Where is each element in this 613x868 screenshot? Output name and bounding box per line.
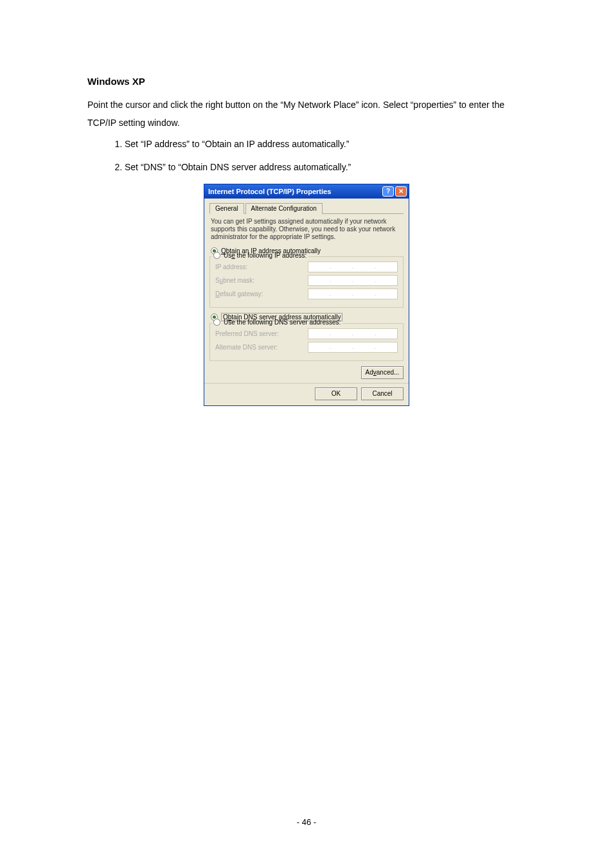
alternate-dns-label: Alternate DNS server: — [215, 344, 278, 351]
help-button[interactable]: ? — [382, 186, 394, 197]
dialog-title: Internet Protocol (TCP/IP) Properties — [208, 188, 331, 195]
steps-list: Set “IP address” to “Obtain an IP addres… — [87, 137, 526, 175]
step-item: Set “DNS” to “Obtain DNS server address … — [125, 160, 526, 174]
help-icon: ? — [386, 188, 390, 195]
default-gateway-label: Default gateway: — [215, 290, 263, 297]
preferred-dns-input[interactable]: ... — [308, 328, 398, 339]
cancel-button[interactable]: Cancel — [361, 387, 404, 400]
ip-fieldset: Use the following IP address: IP address… — [209, 256, 404, 308]
default-gateway-input[interactable]: ... — [308, 288, 398, 299]
subnet-mask-input[interactable]: ... — [308, 275, 398, 286]
dialog-description: You can get IP settings assigned automat… — [211, 218, 402, 241]
ok-button[interactable]: OK — [315, 387, 357, 400]
alternate-dns-input[interactable]: ... — [308, 342, 398, 353]
section-heading: Windows XP — [87, 76, 526, 87]
radio-label: Use the following DNS server addresses: — [224, 319, 341, 326]
subnet-mask-label: Subnet mask: — [215, 277, 254, 284]
radio-icon — [213, 319, 220, 326]
radio-icon — [213, 252, 220, 259]
advanced-button[interactable]: Advanced... — [361, 366, 404, 379]
radio-use-dns[interactable]: Use the following DNS server addresses: — [211, 319, 342, 326]
tab-alternate-configuration[interactable]: Alternate Configuration — [245, 203, 323, 214]
radio-label: Use the following IP address: — [224, 252, 306, 259]
ip-address-label: IP address: — [215, 263, 247, 270]
dns-fieldset: Use the following DNS server addresses: … — [209, 323, 404, 361]
radio-use-ip[interactable]: Use the following IP address: — [211, 252, 308, 259]
dialog-tabs: General Alternate Configuration — [209, 202, 404, 214]
close-button[interactable]: ✕ — [395, 186, 407, 197]
preferred-dns-label: Preferred DNS server: — [215, 330, 279, 337]
ip-address-input[interactable]: ... — [308, 261, 398, 272]
step-item: Set “IP address” to “Obtain an IP addres… — [125, 137, 526, 151]
close-icon: ✕ — [398, 188, 404, 195]
dialog-titlebar[interactable]: Internet Protocol (TCP/IP) Properties ? … — [204, 184, 409, 199]
tcpip-properties-dialog: Internet Protocol (TCP/IP) Properties ? … — [204, 184, 409, 406]
page-number: - 46 - — [0, 817, 613, 827]
tab-general[interactable]: General — [209, 203, 244, 214]
intro-paragraph: Point the cursor and click the right but… — [87, 96, 526, 132]
